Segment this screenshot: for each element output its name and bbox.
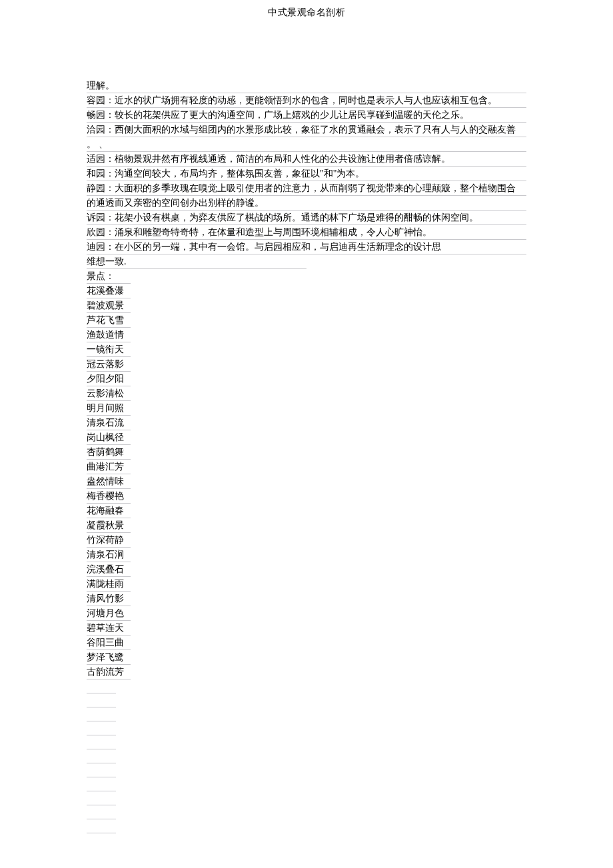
scenic-item: 清泉石涧 [87,548,131,562]
empty-line [87,749,116,763]
paragraph-line: 理解。 [87,79,526,93]
scenic-item: 古韵流芳 [87,665,131,679]
scenic-label: 景点： [87,269,131,284]
scenic-item: 杏荫鹤舞 [87,445,131,460]
scenic-item: 浣溪叠石 [87,562,131,577]
scenic-item: 清泉石流 [87,416,131,430]
scenic-item: 竹深荷静 [87,533,131,548]
empty-line [87,791,116,805]
scenic-item: 一镜衔天 [87,342,131,357]
scenic-item: 明月间照 [87,401,131,416]
scenic-item: 河塘月色 [87,606,131,621]
paragraph-line: 。 、 [87,137,526,152]
empty-line [87,679,116,693]
scenic-item: 满陇桂雨 [87,577,131,592]
paragraph-line: 诉园：花架小设有棋桌，为弈友供应了棋战的场所。通透的林下广场是难得的酣畅的休闲空… [87,211,526,225]
paragraph-line: 适园：植物景观井然有序视线通透，简洁的布局和人性化的公共设施让使用者倍感谅解。 [87,152,526,167]
page-title: 中式景观命名剖析 [0,0,613,19]
paragraph-line: 容园：近水的状广场拥有轻度的动感，更能领悟到水的包含，同时也是表示人与人也应该相… [87,93,526,108]
scenic-item: 渔鼓道情 [87,328,131,342]
empty-line [87,693,116,707]
empty-line [87,777,116,791]
empty-line [87,707,116,721]
page: 中式景观命名剖析 理解。容园：近水的状广场拥有轻度的动感，更能领悟到水的包含，同… [0,0,613,868]
empty-line [87,805,116,819]
paragraph-line: 静园：大面积的多季玫瑰在嗅觉上吸引使用者的注意力，从而削弱了视觉带来的心理颠簸，… [87,181,526,196]
scenic-block: 景点：花溪叠瀑碧波观景芦花飞雪渔鼓道情一镜衔天冠云落影夕阳夕阳云影清松明月间照清… [87,269,526,679]
paragraph-line: 欣园：涌泉和雕塑奇特奇特，在体量和造型上与周围环境相辅相成，令人心旷神怡。 [87,225,526,240]
empty-line [87,721,116,735]
paragraph-line: 畅园：较长的花架供应了更大的沟通空间，广场上嬉戏的少儿让居民享碰到温暖的天伦之乐… [87,108,526,123]
scenic-item: 谷阳三曲 [87,636,131,650]
empty-line [87,819,116,833]
scenic-item: 碧波观景 [87,298,131,313]
scenic-item: 梦泽飞鹭 [87,650,131,665]
paragraph-tail: 维想一致. [87,254,306,269]
paragraph-line: 洽园：西侧大面积的水域与组团内的水景形成比较，象征了水的贯通融会，表示了只有人与… [87,123,526,137]
scenic-item: 清风竹影 [87,592,131,606]
scenic-item: 夕阳夕阳 [87,372,131,386]
scenic-item: 云影清松 [87,386,131,401]
scenic-item: 梅香樱艳 [87,489,131,504]
paragraph-block: 理解。容园：近水的状广场拥有轻度的动感，更能领悟到水的包含，同时也是表示人与人也… [87,79,526,254]
scenic-item: 盎然情味 [87,474,131,489]
scenic-item: 冠云落影 [87,357,131,372]
empty-line [87,735,116,749]
empty-line [87,763,116,777]
paragraph-line: 和园：沟通空间较大，布局均齐，整体氛围友善，象征以"和"为本。 [87,167,526,181]
scenic-item: 花溪叠瀑 [87,284,131,298]
trailing-empty-block [87,679,526,833]
paragraph-line: 迪园：在小区的另一端，其中有一会馆。与启园相应和，与启迪再生活新理念的设计思 [87,240,526,254]
scenic-item: 芦花飞雪 [87,313,131,328]
scenic-item: 花海融春 [87,504,131,518]
scenic-item: 岗山枫径 [87,430,131,445]
content-area: 理解。容园：近水的状广场拥有轻度的动感，更能领悟到水的包含，同时也是表示人与人也… [0,19,613,833]
paragraph-line: 的通透而又亲密的空间创办出别样的静谧。 [87,196,526,211]
scenic-item: 曲港汇芳 [87,460,131,474]
scenic-item: 凝霞秋景 [87,518,131,533]
scenic-item: 碧草连天 [87,621,131,636]
